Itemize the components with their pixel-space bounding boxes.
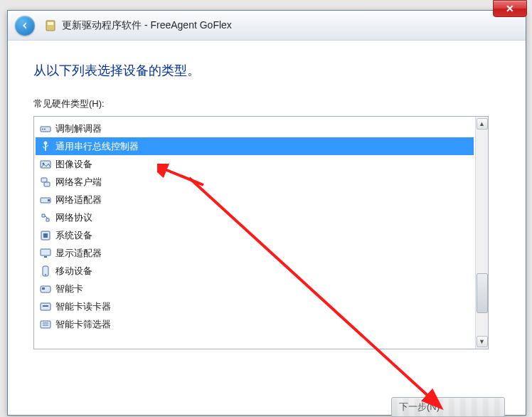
scroll-track[interactable] (477, 131, 488, 334)
list-item[interactable]: 智能卡 (36, 280, 474, 297)
blur-overlay (392, 398, 504, 416)
list-item-label: 智能卡读卡器 (55, 300, 111, 313)
svg-rect-26 (41, 321, 50, 328)
list-item[interactable]: 通用串行总线控制器 (36, 137, 474, 155)
list-item[interactable]: 调制解调器 (36, 120, 474, 137)
next-button[interactable]: 下一步(N) (391, 397, 505, 417)
list-item[interactable]: 图像设备 (36, 155, 474, 173)
drive-icon (45, 20, 56, 31)
svg-rect-12 (44, 182, 50, 186)
scroll-down-button[interactable]: ▼ (477, 336, 488, 347)
scroll-up-button[interactable]: ▲ (477, 118, 488, 130)
list-label: 常见硬件类型(H): (33, 97, 500, 110)
list-item[interactable]: 系统设备 (36, 226, 474, 244)
image-icon (40, 159, 51, 170)
display-icon (40, 248, 51, 259)
list-item-label: 智能卡筛选器 (55, 318, 111, 331)
list-item-label: 显示适配器 (55, 247, 102, 260)
svg-point-21 (45, 274, 46, 275)
window-title: 更新驱动程序软件 - FreeAgent GoFlex (62, 19, 232, 32)
list-item[interactable]: 显示适配器 (36, 244, 474, 262)
list-item[interactable]: 网络协议 (36, 208, 474, 226)
svg-point-4 (44, 128, 46, 130)
list-items-container: 调制解调器通用串行总线控制器图像设备网络客户端网络适配器网络协议系统设备显示适配… (34, 117, 475, 349)
svg-rect-23 (42, 287, 45, 290)
svg-rect-1 (48, 22, 53, 25)
list-item[interactable]: 移动设备 (36, 262, 474, 280)
close-icon: ✕ (506, 3, 514, 14)
svg-rect-25 (43, 305, 48, 307)
svg-point-3 (42, 128, 43, 130)
list-item[interactable]: 智能卡筛选器 (36, 315, 474, 333)
list-item-label: 网络适配器 (55, 194, 102, 206)
scrollbar: ▲ ▼ (475, 117, 488, 349)
page-heading: 从以下列表选择设备的类型。 (33, 62, 500, 79)
svg-rect-11 (41, 178, 47, 182)
list-item-label: 移动设备 (55, 265, 92, 278)
smartcard-icon (40, 283, 51, 295)
svg-rect-18 (41, 249, 50, 255)
modem-icon (40, 123, 51, 134)
smartcardfilter-icon (40, 319, 51, 330)
titlebar: 更新驱动程序软件 - FreeAgent GoFlex ✕ (8, 11, 526, 41)
svg-line-15 (45, 216, 48, 218)
svg-point-5 (44, 142, 47, 144)
list-item[interactable]: 智能卡读卡器 (36, 297, 474, 315)
list-item[interactable]: 网络适配器 (36, 191, 474, 208)
back-button[interactable] (15, 16, 35, 36)
list-item[interactable]: 网络客户端 (36, 173, 474, 191)
scroll-thumb[interactable] (477, 273, 488, 313)
list-item-label: 系统设备 (55, 229, 92, 242)
list-item-label: 调制解调器 (55, 122, 102, 135)
usb-icon (40, 141, 51, 152)
svg-rect-14 (48, 199, 50, 201)
list-item-label: 网络协议 (55, 211, 92, 224)
system-icon (40, 230, 51, 241)
list-item-label: 网络客户端 (55, 176, 102, 189)
dialog-body: 从以下列表选择设备的类型。 常见硬件类型(H): 调制解调器通用串行总线控制器图… (8, 41, 526, 349)
netproto-icon (40, 212, 51, 223)
list-item-label: 智能卡 (55, 283, 83, 295)
arrow-left-icon (20, 21, 30, 31)
list-item-label: 通用串行总线控制器 (55, 140, 139, 153)
hardware-type-listbox: 调制解调器通用串行总线控制器图像设备网络客户端网络适配器网络协议系统设备显示适配… (33, 116, 489, 349)
close-button[interactable]: ✕ (493, 0, 527, 17)
mobile-icon (40, 265, 51, 277)
list-item-label: 图像设备 (55, 158, 92, 171)
svg-rect-17 (43, 233, 48, 238)
smartcardreader-icon (40, 301, 51, 312)
svg-rect-19 (44, 256, 47, 258)
dialog-window: 更新驱动程序软件 - FreeAgent GoFlex ✕ 从以下列表选择设备的… (7, 10, 526, 416)
netclient-icon (40, 176, 51, 188)
netadapter-icon (40, 194, 51, 206)
